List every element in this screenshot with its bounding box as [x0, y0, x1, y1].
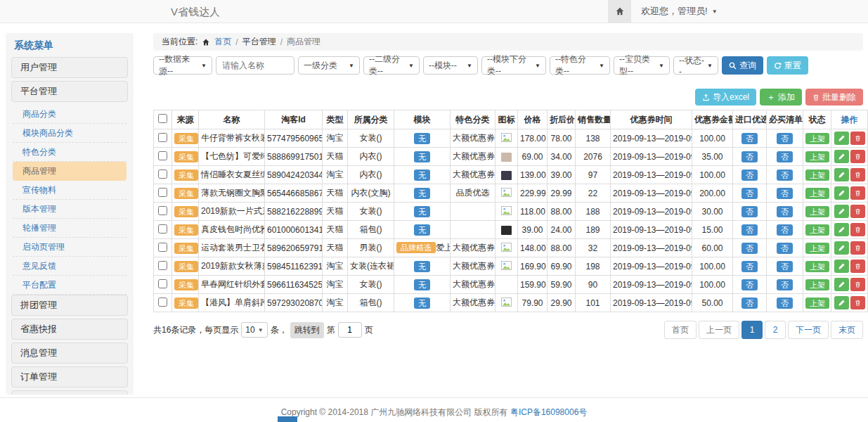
module-badge[interactable]: 无 [414, 133, 430, 144]
edit-button[interactable] [834, 186, 849, 200]
filter-select-1[interactable]: 一级分类▼ [298, 56, 360, 75]
row-checkbox[interactable] [158, 151, 167, 160]
module-badge[interactable]: 无 [414, 279, 430, 290]
row-checkbox[interactable] [158, 206, 167, 215]
page-button-首页[interactable]: 首页 [664, 321, 697, 339]
status-badge[interactable]: 上架 [805, 151, 829, 162]
page-button-下一页[interactable]: 下一页 [788, 321, 829, 339]
user-menu[interactable]: 欢迎您，管理员! ▼ [631, 0, 727, 23]
sidebar-section-消息管理[interactable]: 消息管理 [11, 343, 128, 364]
must-buy-toggle[interactable]: 否 [777, 224, 793, 236]
sidebar-section-拼团管理[interactable]: 拼团管理 [11, 295, 128, 316]
data-source-select[interactable]: --数据来源--▼ [153, 56, 212, 75]
must-buy-toggle[interactable]: 否 [777, 188, 793, 199]
reset-button[interactable]: 重置 [767, 56, 808, 75]
row-checkbox[interactable] [158, 170, 167, 179]
module-badge[interactable]: 无 [414, 298, 430, 309]
add-button[interactable]: ＋ 添加 [760, 89, 802, 106]
delete-button[interactable] [850, 205, 865, 218]
delete-button[interactable] [850, 241, 865, 255]
edit-button[interactable] [834, 223, 849, 236]
jump-page-input[interactable] [338, 322, 362, 338]
filter-select-5[interactable]: --特色分类--▼ [550, 56, 610, 75]
filter-select-4[interactable]: --模块下分类--▼ [481, 56, 546, 75]
import-select-toggle[interactable]: 否 [741, 298, 758, 309]
delete-button[interactable] [850, 278, 865, 291]
status-badge[interactable]: 上架 [805, 133, 829, 144]
name-search-input[interactable] [216, 56, 294, 75]
delete-button[interactable] [850, 150, 865, 163]
must-buy-toggle[interactable]: 否 [777, 243, 793, 254]
sidebar-item-启动页管理[interactable]: 启动页管理 [13, 238, 127, 257]
page-button-2[interactable]: 2 [765, 321, 786, 339]
filter-select-3[interactable]: --模块--▼ [423, 56, 478, 75]
must-buy-toggle[interactable]: 否 [777, 298, 793, 309]
edit-button[interactable] [834, 205, 849, 218]
module-badge[interactable]: 无 [414, 170, 430, 181]
edit-button[interactable] [834, 150, 849, 163]
row-checkbox[interactable] [158, 224, 167, 234]
status-badge[interactable]: 上架 [805, 170, 829, 181]
sidebar-item-版本管理[interactable]: 版本管理 [13, 200, 127, 219]
module-badge[interactable]: 品牌精选 [396, 242, 436, 253]
import-excel-button[interactable]: 导入excel [695, 89, 756, 106]
module-badge[interactable]: 无 [414, 224, 430, 236]
module-badge[interactable]: 无 [414, 151, 430, 162]
must-buy-toggle[interactable]: 否 [777, 133, 793, 144]
breadcrumb-home-link[interactable]: 首页 [214, 36, 231, 48]
status-badge[interactable]: 上架 [805, 188, 829, 199]
page-button-上一页[interactable]: 上一页 [699, 321, 739, 339]
sidebar-item-特色分类[interactable]: 特色分类 [13, 143, 127, 162]
search-button[interactable]: 查询 [722, 56, 763, 75]
import-select-toggle[interactable]: 否 [741, 151, 758, 162]
sidebar-item-宣传物料[interactable]: 宣传物料 [13, 181, 127, 200]
status-badge[interactable]: 上架 [805, 279, 829, 290]
row-checkbox[interactable] [158, 261, 167, 270]
import-select-toggle[interactable]: 否 [741, 243, 758, 254]
edit-button[interactable] [834, 278, 849, 291]
delete-button[interactable] [850, 132, 865, 145]
status-badge[interactable]: 上架 [805, 206, 829, 217]
must-buy-toggle[interactable]: 否 [777, 170, 793, 181]
status-badge[interactable]: 上架 [805, 298, 829, 309]
filter-select-2[interactable]: --二级分类--▼ [363, 56, 420, 75]
row-checkbox[interactable] [158, 133, 167, 142]
edit-button[interactable] [834, 260, 849, 273]
filter-select-7[interactable]: --状态--▼ [673, 56, 718, 75]
sidebar-section-订单管理[interactable]: 订单管理 [11, 366, 128, 388]
sidebar-section-用户管理[interactable]: 用户管理 [11, 57, 128, 78]
home-button[interactable] [608, 0, 631, 23]
delete-button[interactable] [850, 260, 865, 273]
delete-button[interactable] [850, 296, 865, 309]
jump-to-button[interactable]: 跳转到 [290, 322, 324, 338]
sidebar-item-模块商品分类[interactable]: 模块商品分类 [13, 124, 127, 143]
sidebar-section-兑换管理[interactable]: 兑换管理 [11, 390, 128, 395]
sidebar-section-平台管理[interactable]: 平台管理 [11, 81, 128, 102]
import-select-toggle[interactable]: 否 [741, 133, 758, 144]
row-checkbox[interactable] [158, 279, 167, 288]
status-badge[interactable]: 上架 [805, 261, 829, 272]
sidebar-section-省惠快报[interactable]: 省惠快报 [11, 319, 128, 340]
module-badge[interactable]: 无 [414, 188, 430, 199]
edit-button[interactable] [834, 168, 849, 181]
sidebar-item-轮播管理[interactable]: 轮播管理 [13, 219, 127, 238]
module-badge[interactable]: 无 [414, 206, 430, 217]
filter-select-6[interactable]: --宝贝类型--▼ [614, 56, 670, 75]
import-select-toggle[interactable]: 否 [741, 224, 758, 236]
sidebar-item-商品管理[interactable]: 商品管理 [13, 162, 127, 181]
row-checkbox[interactable] [158, 243, 167, 252]
import-select-toggle[interactable]: 否 [741, 170, 758, 181]
delete-button[interactable] [850, 168, 865, 181]
status-badge[interactable]: 上架 [805, 243, 829, 254]
must-buy-toggle[interactable]: 否 [777, 261, 793, 272]
edit-button[interactable] [834, 296, 849, 309]
import-select-toggle[interactable]: 否 [741, 279, 758, 290]
delete-button[interactable] [850, 223, 865, 236]
row-checkbox[interactable] [158, 188, 167, 197]
must-buy-toggle[interactable]: 否 [777, 206, 793, 217]
import-select-toggle[interactable]: 否 [741, 206, 758, 217]
per-page-select[interactable]: 10 ▼ [241, 322, 267, 338]
delete-button[interactable] [850, 186, 865, 200]
edit-button[interactable] [834, 132, 849, 145]
select-all-checkbox[interactable] [158, 114, 167, 123]
